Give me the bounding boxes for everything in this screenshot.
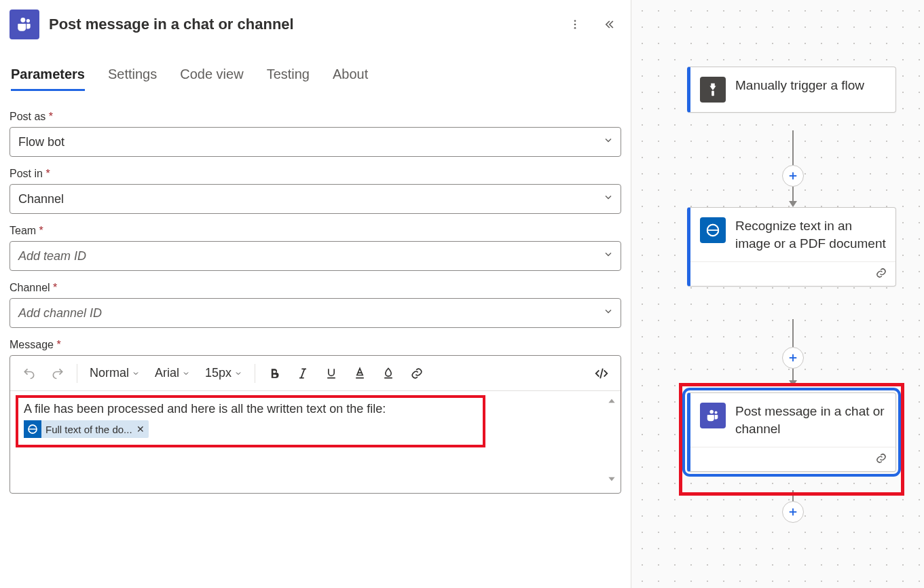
connector-line <box>792 319 794 348</box>
message-text: A file has been processed and here is al… <box>24 402 477 416</box>
channel-select[interactable]: Add channel ID <box>10 298 621 328</box>
add-step-button[interactable] <box>782 347 804 369</box>
message-label: Message * <box>10 339 621 351</box>
remove-token-button[interactable]: ✕ <box>136 424 145 435</box>
node-title: Recognize text in an image or a PDF docu… <box>735 217 886 252</box>
svg-point-2 <box>574 20 576 22</box>
token-label: Full text of the do... <box>45 424 132 435</box>
flow-node-trigger[interactable]: Manually trigger a flow <box>687 67 896 113</box>
svg-point-4 <box>574 27 576 29</box>
ai-icon <box>24 420 41 438</box>
svg-point-1 <box>20 18 25 22</box>
ai-builder-icon <box>700 217 726 243</box>
collapse-panel-button[interactable] <box>597 12 621 37</box>
redo-button[interactable] <box>45 361 70 386</box>
chevron-down-icon <box>603 249 614 263</box>
team-placeholder: Add team ID <box>18 249 86 263</box>
dynamic-content-token[interactable]: Full text of the do... ✕ <box>24 420 149 438</box>
editor-content-area[interactable]: A file has been processed and here is al… <box>10 391 621 493</box>
annotation-highlight: A file has been processed and here is al… <box>16 395 485 447</box>
add-step-button[interactable] <box>782 501 804 523</box>
post-in-select[interactable]: Channel <box>10 184 621 214</box>
add-step-button[interactable] <box>782 165 804 187</box>
undo-button[interactable] <box>17 361 41 386</box>
svg-line-5 <box>301 369 305 378</box>
editor-toolbar: Normal Arial 15px <box>10 356 621 391</box>
link-button[interactable] <box>405 361 429 386</box>
tab-about[interactable]: About <box>333 62 368 91</box>
chevron-down-icon <box>603 306 614 320</box>
node-title: Post message in a chat or channel <box>735 403 886 437</box>
svg-rect-15 <box>712 91 714 96</box>
post-as-value: Flow bot <box>18 135 64 149</box>
post-as-select[interactable]: Flow bot <box>10 127 621 157</box>
more-options-button[interactable] <box>563 12 587 37</box>
trigger-icon <box>700 77 726 103</box>
panel-title: Post message in a chat or channel <box>49 16 553 33</box>
flow-node-recognize-text[interactable]: Recognize text in an image or a PDF docu… <box>687 207 896 287</box>
channel-placeholder: Add channel ID <box>18 306 102 320</box>
scroll-indicator <box>607 397 616 483</box>
svg-line-12 <box>600 368 603 378</box>
chevron-down-icon <box>603 192 614 206</box>
tab-testing[interactable]: Testing <box>267 62 310 91</box>
svg-point-0 <box>26 19 30 22</box>
post-in-label: Post in * <box>10 168 621 180</box>
flow-node-post-message[interactable]: Post message in a chat or channel <box>687 392 896 472</box>
teams-logo-icon <box>10 10 39 39</box>
chevron-down-icon <box>603 135 614 149</box>
underline-button[interactable] <box>319 361 344 386</box>
node-title: Manually trigger a flow <box>735 77 864 94</box>
bold-button[interactable] <box>262 361 287 386</box>
svg-point-3 <box>574 24 576 26</box>
teams-icon <box>700 403 726 428</box>
font-color-button[interactable] <box>348 361 372 386</box>
channel-label: Channel * <box>10 282 621 294</box>
highlight-button[interactable] <box>376 361 401 386</box>
font-dropdown[interactable]: Arial <box>149 361 196 386</box>
link-icon <box>875 267 887 281</box>
italic-button[interactable] <box>291 361 315 386</box>
team-label: Team * <box>10 225 621 237</box>
team-select[interactable]: Add team ID <box>10 241 621 271</box>
tab-settings[interactable]: Settings <box>108 62 157 91</box>
tab-parameters[interactable]: Parameters <box>11 62 85 91</box>
svg-point-23 <box>709 410 714 414</box>
connector-line <box>792 130 794 166</box>
size-dropdown[interactable]: 15px <box>200 361 248 386</box>
tab-code-view[interactable]: Code view <box>180 62 243 91</box>
link-icon <box>875 452 887 466</box>
post-as-label: Post as * <box>10 111 621 123</box>
post-in-value: Channel <box>18 192 64 206</box>
message-editor: Normal Arial 15px A file has been pro <box>10 355 621 494</box>
svg-point-22 <box>715 411 718 414</box>
code-view-button[interactable] <box>589 361 614 386</box>
tabs-bar: Parameters Settings Code view Testing Ab… <box>10 62 621 92</box>
style-dropdown[interactable]: Normal <box>84 361 145 386</box>
flow-canvas[interactable]: Manually trigger a flow Recognize text i… <box>631 0 924 588</box>
